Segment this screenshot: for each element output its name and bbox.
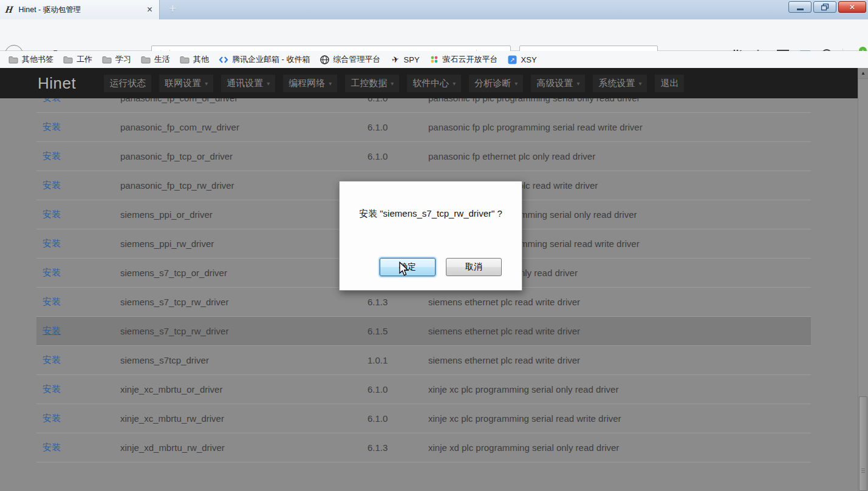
chevron-down-icon: ▾ <box>514 80 518 87</box>
table-row: 安装 siemens_s7_tcp_rw_driver 6.1.3 siemen… <box>36 288 811 317</box>
globe-icon <box>320 55 330 64</box>
dialog-message: 安装 "siemens_s7_tcp_rw_driver" ? <box>340 208 522 220</box>
driver-name: siemens_s7_tcp_rw_driver <box>114 297 361 307</box>
bookmark-item[interactable]: ↗ XSY <box>503 53 542 66</box>
bookmark-item[interactable]: 腾讯企业邮箱 - 收件箱 <box>214 53 315 66</box>
table-row: 安装 xinje_xc_mbrtu_or_driver 6.1.0 xinje … <box>36 375 811 404</box>
driver-description: siemens ethernet plc read write driver <box>422 297 811 307</box>
driver-name: siemens_s7tcp_driver <box>114 355 361 365</box>
cancel-button[interactable]: 取消 <box>446 258 502 276</box>
bookmark-item[interactable]: 其他书签 <box>4 53 58 66</box>
nav-menu-item[interactable]: 高级设置 ▾ <box>531 75 585 92</box>
site-menu: 运行状态 联网设置 ▾ 通讯设置 ▾ 编程网络 ▾ 工控数据 ▾ 软件中心 ▾ … <box>104 75 684 92</box>
install-confirm-dialog: 安装 "siemens_s7_tcp_rw_driver" ? 确定 取消 <box>339 181 522 291</box>
folder-icon <box>9 55 18 64</box>
plane-icon: ✈ <box>391 55 400 64</box>
bookmark-item[interactable]: 工作 <box>58 53 97 66</box>
nav-menu-item[interactable]: 系统设置 ▾ <box>593 75 647 92</box>
site-brand: Hinet <box>38 74 76 93</box>
install-link[interactable]: 安装 <box>43 180 61 190</box>
folder-icon <box>102 55 112 64</box>
nav-menu-item[interactable]: 运行状态 <box>104 75 151 92</box>
install-link[interactable]: 安装 <box>43 238 61 248</box>
minimize-icon <box>797 8 804 10</box>
window-titlebar: H Hinet - 驱动包管理 × + ✕ <box>0 0 868 19</box>
driver-name: panasonic_fp_com_rw_driver <box>114 122 361 132</box>
svg-text:↗: ↗ <box>510 56 514 63</box>
table-row: 安装 xinje_xd_mbrtu_rw_driver 6.1.3 xinje … <box>36 433 811 462</box>
browser-toolbar: ← → ↻ ⌂ 192.168.9.99 /cgi-bin/luci/;stok… <box>0 19 868 51</box>
bookmark-item[interactable]: 萤石云开放平台 <box>425 53 503 66</box>
tencent-exmail-icon <box>219 55 228 64</box>
chevron-down-icon: ▾ <box>638 80 641 87</box>
driver-name: siemens_s7_tcp_rw_driver <box>114 326 361 336</box>
driver-description: xinje xd plc programming serial only rea… <box>422 442 811 453</box>
driver-version: 6.1.0 <box>361 151 422 161</box>
bookmark-item[interactable]: 其他 <box>175 53 214 66</box>
driver-description: siemens ethernet plc read write driver <box>422 355 811 365</box>
bookmarks-bar: 其他书签 工作 学习 生活 其他 腾讯企业邮箱 - 收件箱 综合管理平台 ✈ S… <box>0 51 868 68</box>
nav-menu-item[interactable]: 退出 <box>655 75 684 92</box>
bookmark-item[interactable]: 学习 <box>97 53 136 66</box>
restore-icon <box>821 4 829 11</box>
driver-version: 6.1.5 <box>361 326 422 336</box>
driver-name: panasonic_fp_tcp_rw_driver <box>114 180 361 191</box>
driver-description: panasonic fp plc programming serial read… <box>422 122 811 132</box>
install-link[interactable]: 安装 <box>43 413 61 423</box>
nav-menu-item[interactable]: 通讯设置 ▾ <box>221 75 275 92</box>
nav-menu-item[interactable]: 软件中心 ▾ <box>407 75 461 92</box>
window-controls: ✕ <box>788 1 866 13</box>
install-link[interactable]: 安装 <box>43 354 61 365</box>
xsy-icon: ↗ <box>508 55 518 64</box>
driver-description: siemens ethernet plc read write driver <box>422 326 811 336</box>
minimize-button[interactable] <box>788 1 812 13</box>
browser-tab[interactable]: H Hinet - 驱动包管理 × <box>0 0 160 19</box>
driver-version: 1.0.1 <box>361 355 422 365</box>
install-link[interactable]: 安装 <box>43 442 61 452</box>
driver-version: 6.1.0 <box>361 122 422 132</box>
scrollbar-thumb[interactable] <box>859 396 867 491</box>
driver-name: siemens_s7_tcp_or_driver <box>114 268 361 278</box>
install-link[interactable]: 安装 <box>43 121 61 132</box>
new-tab-button[interactable]: + <box>169 1 176 16</box>
install-link[interactable]: 安装 <box>43 296 61 306</box>
table-row: 安装 panasonic_fp_tcp_or_driver 6.1.0 pana… <box>36 142 811 171</box>
tab-close-icon[interactable]: × <box>146 5 154 15</box>
driver-name: panasonic_fp_tcp_or_driver <box>114 151 361 161</box>
chevron-down-icon: ▾ <box>267 80 270 87</box>
close-button[interactable]: ✕ <box>838 1 866 13</box>
folder-icon <box>63 55 73 64</box>
driver-version: 6.1.3 <box>361 442 422 453</box>
bookmark-item[interactable]: 综合管理平台 <box>315 53 386 66</box>
table-row: 安装 siemens_s7tcp_driver 1.0.1 siemens et… <box>36 346 811 375</box>
nav-menu-item[interactable]: 联网设置 ▾ <box>159 75 213 92</box>
install-link[interactable]: 安装 <box>43 325 61 336</box>
bookmark-item[interactable]: ✈ SPY <box>386 53 425 66</box>
install-link[interactable]: 安装 <box>43 209 61 219</box>
nav-menu-item[interactable]: 分析诊断 ▾ <box>469 75 523 92</box>
table-row: 安装 siemens_s7_tcp_rw_driver 6.1.5 siemen… <box>36 317 811 346</box>
chevron-down-icon: ▾ <box>453 80 456 87</box>
table-row: 安装 panasonic_fp_com_rw_driver 6.1.0 pana… <box>36 113 811 142</box>
vertical-scrollbar[interactable]: ▲ <box>858 68 868 491</box>
driver-description: panasonic fp ethernet plc only read driv… <box>422 151 811 161</box>
install-link[interactable]: 安装 <box>43 267 61 277</box>
install-link[interactable]: 安装 <box>43 151 61 161</box>
driver-name: siemens_ppi_or_driver <box>114 209 361 220</box>
driver-name: xinje_xc_mbrtu_rw_driver <box>114 413 361 424</box>
driver-name: xinje_xd_mbrtu_rw_driver <box>114 442 361 453</box>
close-icon: ✕ <box>849 3 855 12</box>
ezviz-dots-icon <box>429 55 439 64</box>
driver-version: 6.1.3 <box>361 297 422 307</box>
scroll-up-arrow-icon: ▲ <box>861 70 866 76</box>
nav-menu-item[interactable]: 编程网络 ▾ <box>283 75 337 92</box>
site-favicon-icon: H <box>4 4 14 15</box>
site-navbar: Hinet 运行状态 联网设置 ▾ 通讯设置 ▾ 编程网络 ▾ 工控数据 ▾ 软… <box>0 68 858 98</box>
bookmark-item[interactable]: 生活 <box>136 53 175 66</box>
nav-menu-item[interactable]: 工控数据 ▾ <box>345 75 399 92</box>
scrollbar-grip-icon <box>861 469 865 474</box>
restore-button[interactable] <box>813 1 836 13</box>
scroll-up-button[interactable]: ▲ <box>858 68 868 79</box>
chevron-down-icon: ▾ <box>576 80 579 87</box>
install-link[interactable]: 安装 <box>43 384 61 394</box>
